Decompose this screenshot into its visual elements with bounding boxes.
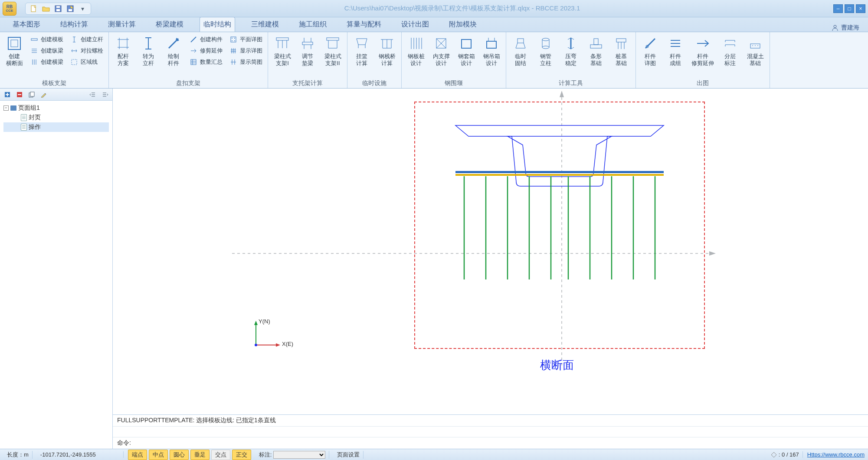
delete-page-icon[interactable] — [16, 91, 23, 99]
save-as-icon[interactable] — [66, 5, 74, 13]
svg-rect-17 — [276, 38, 288, 40]
tab-structure-calc[interactable]: 结构计算 — [56, 17, 92, 32]
command-input[interactable] — [134, 440, 864, 447]
hanging-basket-button[interactable]: 挂篮 计算 — [350, 34, 373, 68]
minimize-button[interactable]: – — [833, 4, 843, 13]
website-link[interactable]: Https://www.rbcce.com — [807, 451, 865, 458]
beam-col-ii-button[interactable]: 梁柱式 支架II — [321, 34, 344, 68]
canvas-wrap: 横断面 Y(N) X(E) FULLSUPPORTTEMPLATE: 选择模板边… — [113, 89, 868, 449]
create-member-button[interactable]: 创建构件 — [188, 35, 224, 44]
tab-bridge-model[interactable]: 桥梁建模 — [152, 17, 187, 32]
save-icon[interactable] — [54, 5, 62, 13]
tree-root[interactable]: − 页面组1 — [3, 103, 109, 113]
pile-foot-button[interactable]: 桩基 基础 — [609, 34, 633, 68]
tab-design-output[interactable]: 设计出图 — [397, 17, 433, 32]
layer-icon — [722, 36, 738, 51]
show-detail-button[interactable]: 显示详图 — [228, 46, 264, 56]
ribbon-group-output: 杆件 详图 杆件 成组 杆件 修剪延伸 分层 标注 混凝土 基础 出图 — [636, 32, 770, 88]
steelbox-icon — [459, 36, 474, 51]
pipe-col-button[interactable]: 钢管 立柱 — [534, 34, 557, 68]
trim-extend-button[interactable]: 修剪延伸 — [188, 46, 224, 56]
region-line-button[interactable]: 区域线 — [69, 57, 105, 67]
tie-bolt-button[interactable]: 对拉螺栓 — [69, 46, 105, 56]
temp-fix-button[interactable]: 临时 固结 — [509, 34, 532, 68]
tree-item-cover[interactable]: 封页 — [3, 113, 109, 122]
rod-scheme-button[interactable]: 配杆 方案 — [111, 34, 135, 68]
rod-trim-button[interactable]: 杆件 修剪延伸 — [689, 34, 717, 68]
annot-select[interactable] — [273, 451, 325, 459]
user-icon — [832, 24, 839, 31]
new-file-icon[interactable] — [30, 5, 38, 13]
snap-endpoint[interactable]: 端点 — [128, 450, 147, 460]
collapse-icon[interactable]: − — [3, 105, 9, 111]
concrete-icon — [747, 36, 763, 51]
snap-center[interactable]: 圆心 — [170, 450, 189, 460]
fix-icon — [513, 36, 528, 51]
snap-midpoint[interactable]: 中点 — [149, 450, 168, 460]
sheet-pile-button[interactable]: 钢板桩 设计 — [404, 34, 428, 68]
outdent-icon[interactable] — [89, 91, 97, 99]
beam-col-i-button[interactable]: 梁柱式 支架I — [271, 34, 294, 68]
copy-page-icon[interactable] — [28, 91, 36, 99]
main-area: − 页面组1 封页 操作 — [0, 89, 868, 449]
tree-item-operation[interactable]: 操作 — [3, 122, 109, 132]
concrete-foot-button[interactable]: 混凝土 基础 — [744, 34, 767, 68]
beamcol2-icon — [325, 36, 341, 51]
create-section-button[interactable]: 创建 横断面 — [3, 34, 26, 68]
snap-ortho[interactable]: 正交 — [232, 450, 251, 460]
svg-rect-23 — [518, 39, 524, 43]
crossbeam-icon — [30, 58, 38, 66]
steel-trestle-button[interactable]: 钢栈桥 计算 — [375, 34, 399, 68]
rod-group-button[interactable]: 杆件 成组 — [664, 34, 687, 68]
ribbon: 创建 横断面 创建模板 创建纵梁 创建横梁 创建立杆 对拉螺栓 区域线 模板支架… — [0, 32, 868, 89]
layer-annot-button[interactable]: 分层 标注 — [718, 34, 742, 68]
snap-perp[interactable]: 垂足 — [190, 450, 210, 460]
snap-intersect[interactable]: 交点 — [211, 450, 230, 460]
rod-detail-button[interactable]: 杆件 详图 — [639, 34, 662, 68]
brace-icon — [433, 36, 449, 51]
maximize-button[interactable]: □ — [845, 4, 854, 13]
edit-page-icon[interactable] — [40, 91, 48, 99]
add-page-icon[interactable] — [3, 91, 11, 99]
tab-addon-modules[interactable]: 附加模块 — [445, 17, 481, 32]
tab-construction-org[interactable]: 施工组织 — [295, 17, 331, 32]
adjust-pad-button[interactable]: 调节 垫梁 — [296, 34, 319, 68]
open-file-icon[interactable] — [42, 5, 50, 13]
page-settings-button[interactable]: 页面设置 — [337, 451, 360, 458]
bend-stable-button[interactable]: 压弯 稳定 — [559, 34, 583, 68]
quantity-summary-button[interactable]: 数量汇总 — [188, 57, 224, 67]
tab-quantity-material[interactable]: 算量与配料 — [343, 17, 385, 32]
indent-icon[interactable] — [101, 91, 109, 99]
drawing-canvas[interactable]: 横断面 Y(N) X(E) — [113, 89, 868, 414]
svg-rect-22 — [487, 41, 496, 48]
svg-rect-26 — [590, 45, 602, 48]
quick-access-toolbar: ▾ — [25, 3, 91, 15]
inner-brace-button[interactable]: 内支撑 设计 — [429, 34, 453, 68]
group-label: 钢围堰 — [404, 79, 503, 87]
create-crossbeam-button[interactable]: 创建横梁 — [29, 57, 65, 67]
tab-survey-calc[interactable]: 测量计算 — [104, 17, 140, 32]
create-formwork-button[interactable]: 创建模板 — [29, 35, 65, 44]
user-info[interactable]: 曹建海 — [832, 24, 859, 32]
title-bar: RBCCE ▾ C:\Users\hai07\Desktop\视频录制\工程文件… — [0, 0, 868, 17]
steel-box-button[interactable]: 钢套箱 设计 — [455, 34, 478, 68]
show-sketch-button[interactable]: 显示简图 — [228, 57, 264, 67]
create-post-button[interactable]: 创建立杆 — [69, 35, 105, 44]
svg-rect-39 — [455, 171, 664, 173]
tab-3d-model[interactable]: 三维建模 — [247, 17, 283, 32]
to-post-button[interactable]: 转为 立杆 — [137, 34, 160, 68]
draw-rod-button[interactable]: 绘制 杆件 — [162, 34, 185, 68]
ribbon-group-cofferdam: 钢板桩 设计 内支撑 设计 钢套箱 设计 钢吊箱 设计 钢围堰 — [402, 32, 506, 88]
close-button[interactable]: × — [856, 4, 865, 13]
create-longbeam-button[interactable]: 创建纵梁 — [29, 46, 65, 56]
hang-box-button[interactable]: 钢吊箱 设计 — [480, 34, 503, 68]
window-controls: – □ × — [833, 4, 865, 13]
plan-detail-button[interactable]: 平面详图 — [228, 35, 264, 44]
tab-temporary-structure[interactable]: 临时结构 — [200, 17, 235, 32]
svg-point-15 — [232, 40, 233, 41]
strip-foot-button[interactable]: 条形 基础 — [584, 34, 608, 68]
formwork-icon — [30, 36, 38, 43]
tab-basic-graphics[interactable]: 基本图形 — [9, 17, 44, 32]
qat-dropdown-icon[interactable]: ▾ — [79, 5, 86, 13]
coord-system: Y(N) X(E) — [252, 319, 291, 349]
